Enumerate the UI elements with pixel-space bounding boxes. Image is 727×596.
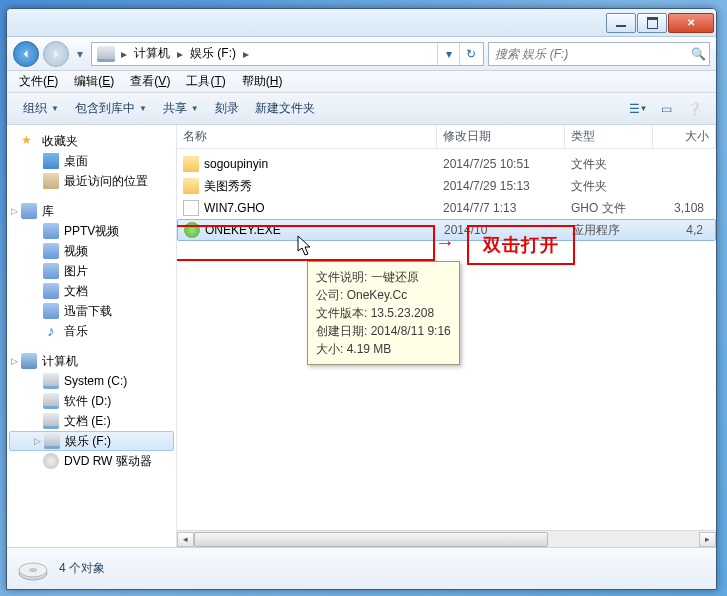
sidebar-drive-f[interactable]: ▷娱乐 (F:) (9, 431, 174, 451)
search-icon: 🔍 (687, 43, 709, 65)
column-size[interactable]: 大小 (653, 125, 716, 148)
preview-pane-button[interactable]: ▭ (652, 98, 680, 120)
column-name[interactable]: 名称 (177, 125, 437, 148)
explorer-window: ✕ ▾ ▸ 计算机 ▸ 娱乐 (F:) ▸ ▾ ↻ 🔍 文件(F)编辑(E)查看… (6, 8, 717, 590)
toolbar: 组织 ▼ 包含到库中 ▼ 共享 ▼ 刻录 新建文件夹 ☰ ▼ ▭ ❔ (7, 93, 716, 125)
forward-button[interactable] (43, 41, 69, 67)
sidebar-pptv[interactable]: PPTV视频 (7, 221, 176, 241)
file-type: 文件夹 (565, 178, 653, 195)
menu-h[interactable]: 帮助(H) (236, 72, 289, 91)
search-box[interactable]: 🔍 (488, 42, 710, 66)
file-size: 4,2 (654, 223, 715, 237)
sidebar-drive-d[interactable]: 软件 (D:) (7, 391, 176, 411)
burn-button[interactable]: 刻录 (207, 96, 247, 121)
share-button[interactable]: 共享 ▼ (155, 96, 207, 121)
recent-icon (43, 173, 59, 189)
history-dropdown[interactable]: ▾ (73, 47, 87, 61)
tooltip-company: 公司: OneKey.Cc (316, 286, 451, 304)
file-icon (183, 200, 199, 216)
sidebar-pictures[interactable]: 图片 (7, 261, 176, 281)
scroll-right-button[interactable]: ▸ (699, 532, 716, 547)
sidebar-desktop[interactable]: 桌面 (7, 151, 176, 171)
file-row[interactable]: 美图秀秀2014/7/29 15:13文件夹 (177, 175, 716, 197)
scroll-track[interactable] (194, 532, 699, 547)
address-bar[interactable]: ▸ 计算机 ▸ 娱乐 (F:) ▸ ▾ ↻ (91, 42, 484, 66)
computer-group[interactable]: ▷计算机 (7, 351, 176, 371)
video-icon (43, 243, 59, 259)
column-date[interactable]: 修改日期 (437, 125, 565, 148)
libraries-label: 库 (42, 203, 54, 220)
tooltip-version: 文件版本: 13.5.23.208 (316, 304, 451, 322)
nav-bar: ▾ ▸ 计算机 ▸ 娱乐 (F:) ▸ ▾ ↻ 🔍 (7, 37, 716, 71)
close-button[interactable]: ✕ (668, 13, 714, 33)
scroll-thumb[interactable] (194, 532, 548, 547)
sidebar-documents[interactable]: 文档 (7, 281, 176, 301)
breadcrumb-drive[interactable]: 娱乐 (F:) (186, 43, 240, 65)
music-icon: ♪ (43, 323, 59, 339)
document-icon (43, 283, 59, 299)
horizontal-scrollbar[interactable]: ◂ ▸ (177, 530, 716, 547)
status-item-count: 4 个对象 (59, 560, 105, 577)
drive-icon (97, 46, 115, 62)
file-row[interactable]: WIN7.GHO2014/7/7 1:13GHO 文件3,108 (177, 197, 716, 219)
file-row[interactable]: sogoupinyin2014/7/25 10:51文件夹 (177, 153, 716, 175)
breadcrumb-sep: ▸ (118, 47, 130, 61)
favorites-group[interactable]: ★收藏夹 (7, 131, 176, 151)
navigation-pane: ★收藏夹 桌面 最近访问的位置 ▷库 PPTV视频 视频 图片 文档 迅雷下载 … (7, 125, 177, 547)
star-icon: ★ (21, 133, 37, 149)
file-date: 2014/10 (438, 223, 566, 237)
file-name: sogoupinyin (204, 157, 268, 171)
sidebar-drive-e[interactable]: 文档 (E:) (7, 411, 176, 431)
content-area: ★收藏夹 桌面 最近访问的位置 ▷库 PPTV视频 视频 图片 文档 迅雷下载 … (7, 125, 716, 547)
sidebar-drive-c[interactable]: System (C:) (7, 371, 176, 391)
back-button[interactable] (13, 41, 39, 67)
sidebar-music[interactable]: ♪音乐 (7, 321, 176, 341)
file-name: 美图秀秀 (204, 178, 252, 195)
organize-button[interactable]: 组织 ▼ (15, 96, 67, 121)
new-folder-button[interactable]: 新建文件夹 (247, 96, 323, 121)
search-input[interactable] (489, 47, 687, 61)
file-row[interactable]: ONEKEY.EXE2014/10应用程序4,2 (177, 219, 716, 241)
drive-icon (43, 393, 59, 409)
sidebar-videos[interactable]: 视频 (7, 241, 176, 261)
address-dropdown[interactable]: ▾ (437, 43, 459, 65)
computer-icon (21, 353, 37, 369)
view-options-button[interactable]: ☰ ▼ (624, 98, 652, 120)
column-type[interactable]: 类型 (565, 125, 653, 148)
expander-icon[interactable]: ▷ (9, 206, 19, 216)
file-type: GHO 文件 (565, 200, 653, 217)
file-name: ONEKEY.EXE (205, 223, 281, 237)
menu-bar: 文件(F)编辑(E)查看(V)工具(T)帮助(H) (7, 71, 716, 93)
breadcrumb-computer[interactable]: 计算机 (130, 43, 174, 65)
drive-icon (43, 373, 59, 389)
file-list-pane: 名称 修改日期 类型 大小 sogoupinyin2014/7/25 10:51… (177, 125, 716, 547)
libraries-group[interactable]: ▷库 (7, 201, 176, 221)
download-icon (43, 303, 59, 319)
tooltip-size: 大小: 4.19 MB (316, 340, 451, 358)
menu-e[interactable]: 编辑(E) (68, 72, 120, 91)
file-type: 文件夹 (565, 156, 653, 173)
menu-f[interactable]: 文件(F) (13, 72, 64, 91)
sidebar-xunlei[interactable]: 迅雷下载 (7, 301, 176, 321)
drive-icon (44, 433, 60, 449)
sidebar-dvd[interactable]: DVD RW 驱动器 (7, 451, 176, 471)
library-icon (21, 203, 37, 219)
menu-v[interactable]: 查看(V) (124, 72, 176, 91)
desktop-icon (43, 153, 59, 169)
sidebar-recent[interactable]: 最近访问的位置 (7, 171, 176, 191)
status-bar: 4 个对象 (7, 547, 716, 589)
minimize-button[interactable] (606, 13, 636, 33)
menu-t[interactable]: 工具(T) (180, 72, 231, 91)
maximize-button[interactable] (637, 13, 667, 33)
scroll-left-button[interactable]: ◂ (177, 532, 194, 547)
folder-icon (183, 178, 199, 194)
help-button[interactable]: ❔ (680, 98, 708, 120)
file-date: 2014/7/29 15:13 (437, 179, 565, 193)
refresh-button[interactable]: ↻ (459, 43, 481, 65)
file-tooltip: 文件说明: 一键还原 公司: OneKey.Cc 文件版本: 13.5.23.2… (307, 261, 460, 365)
tooltip-description: 文件说明: 一键还原 (316, 268, 451, 286)
include-in-library-button[interactable]: 包含到库中 ▼ (67, 96, 155, 121)
expander-icon[interactable]: ▷ (32, 436, 42, 446)
expander-icon[interactable]: ▷ (9, 356, 19, 366)
file-type: 应用程序 (566, 222, 654, 239)
